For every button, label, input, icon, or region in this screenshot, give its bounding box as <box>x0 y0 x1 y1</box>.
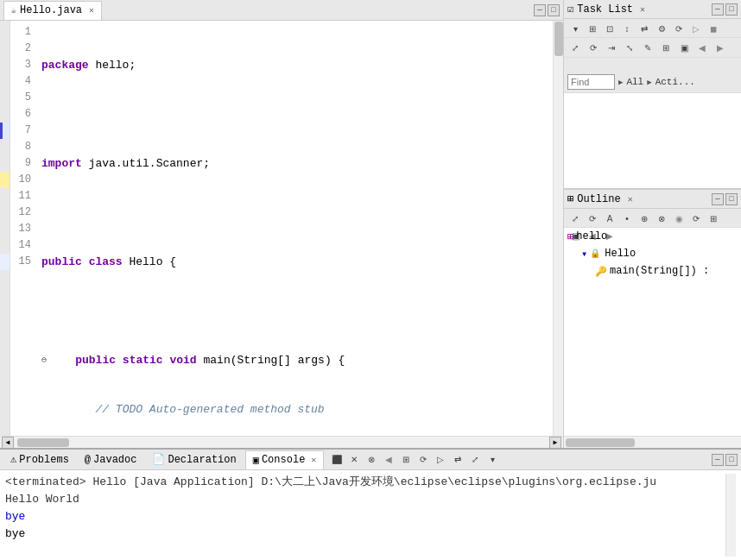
tab-console[interactable]: ▣ Console ✕ <box>245 450 325 469</box>
find-triangle-2-icon: ▶ <box>647 78 651 87</box>
console-minimize[interactable]: ─ <box>712 454 724 466</box>
outline-scrollbar-h[interactable] <box>564 436 741 448</box>
kw-class: class <box>89 254 123 270</box>
con-tb-3[interactable]: ⊗ <box>364 452 379 468</box>
ol-tb-7[interactable]: ◉ <box>671 211 687 226</box>
scroll-left-btn[interactable]: ◀ <box>2 437 14 449</box>
bp-line-15 <box>0 254 10 270</box>
task-panel-close[interactable]: ✕ <box>640 4 645 15</box>
editor-scroll-thumb-h[interactable] <box>17 438 69 447</box>
find-acti-label: Acti... <box>656 77 695 87</box>
ol-tb-3[interactable]: A <box>602 211 618 226</box>
outline-thumb-h[interactable] <box>566 438 635 447</box>
con-tb-2[interactable]: ✕ <box>346 452 362 468</box>
ol-tb-1[interactable]: ⤢ <box>567 211 583 226</box>
console-maximize[interactable]: □ <box>725 454 738 466</box>
con-tb-1[interactable]: ⬛ <box>329 452 345 468</box>
ol-tb-8[interactable]: ⟳ <box>688 211 704 226</box>
outline-maximize[interactable]: □ <box>725 193 738 205</box>
bottom-tab-bar: ⚠ Problems @ Javadoc 📄 Declaration ▣ Con… <box>0 450 741 470</box>
kw-static: static <box>123 352 163 368</box>
task-tb2-5[interactable]: ✎ <box>640 40 656 55</box>
outline-main-label: main(String[]) : <box>610 265 709 277</box>
editor-scrollbar-v[interactable] <box>553 21 563 436</box>
scroll-right-btn[interactable]: ▶ <box>549 437 561 449</box>
editor-tab-hellojava[interactable]: ☕ Hello.java ✕ <box>3 1 102 20</box>
editor-scroll-thumb-v[interactable] <box>554 22 563 56</box>
console-output-3: bye <box>5 525 725 543</box>
code-line-5: public class Hello { <box>41 254 546 270</box>
task-toolbar-btn-9[interactable]: ◼ <box>706 21 721 36</box>
code-line-1: package hello; <box>41 57 546 73</box>
outline-item-main-method[interactable]: 🔑 main(String[]) : <box>564 262 741 280</box>
ol-tb-5[interactable]: ⊕ <box>636 211 652 226</box>
task-tb2-7[interactable]: ▣ <box>676 40 692 55</box>
console-tab-close[interactable]: ✕ <box>311 455 316 465</box>
tab-javadoc[interactable]: @ Javadoc <box>78 450 144 469</box>
editor-tab-bar: ☕ Hello.java ✕ ─ □ <box>0 0 563 21</box>
task-toolbar-btn-1[interactable]: ▾ <box>567 21 583 36</box>
task-tb2-6[interactable]: ⊞ <box>658 40 674 55</box>
ln-2: 2 <box>14 41 31 57</box>
task-maximize[interactable]: □ <box>725 3 738 16</box>
outline-item-hello-pkg[interactable]: ⊞ hello <box>564 228 741 245</box>
task-toolbar-btn-7[interactable]: ⟳ <box>671 21 687 36</box>
tab-problems[interactable]: ⚠ Problems <box>3 450 76 469</box>
task-toolbar-btn-8[interactable]: ▷ <box>688 21 704 36</box>
task-tb2-2[interactable]: ⟳ <box>586 40 601 55</box>
editor-scrollbar-h[interactable]: ◀ ▶ <box>0 436 563 448</box>
outline-scroll-area: ⊞ hello ▾ 🔒 Hello 🔑 main(String[]) : <box>564 228 741 436</box>
con-tb-6[interactable]: ⟳ <box>415 452 431 468</box>
task-toolbar-btn-5[interactable]: ⇄ <box>636 21 652 36</box>
bp-line-13 <box>0 221 10 237</box>
con-tb-7[interactable]: ▷ <box>433 452 448 468</box>
kw-public-2: public <box>75 352 116 368</box>
task-toolbar-btn-6[interactable]: ⚙ <box>654 21 669 36</box>
bp-line-12 <box>0 204 10 221</box>
outline-toolbar: ⤢ ⟳ A • ⊕ ⊗ ◉ ⟳ ⊞ ▣ ◀ ▶ <box>564 209 741 228</box>
tab-declaration[interactable]: 📄 Declaration <box>145 450 243 469</box>
task-tb2-8[interactable]: ◀ <box>694 40 710 55</box>
bp-line-5 <box>0 90 10 106</box>
tab-console-label: Console <box>262 454 305 466</box>
outline-panel: ⊞ Outline ✕ ─ □ ⤢ ⟳ A • ⊕ ⊗ ◉ ⟳ ⊞ ▣ ◀ <box>564 189 741 448</box>
console-scrollbar-v[interactable] <box>725 474 736 557</box>
ol-tb-2[interactable]: ⟳ <box>585 211 600 226</box>
outline-minimize[interactable]: ─ <box>712 193 724 205</box>
task-tb2-9[interactable]: ▶ <box>712 40 728 55</box>
ln-6: 6 <box>14 106 31 123</box>
console-terminated-line: <terminated> Hello [Java Application] D:… <box>5 474 725 491</box>
outline-item-hello-class[interactable]: ▾ 🔒 Hello <box>564 245 741 262</box>
code-line-8: // TODO Auto-generated method stub <box>41 401 546 418</box>
editor-tab-close[interactable]: ✕ <box>89 5 94 16</box>
task-extra-row <box>564 58 741 72</box>
tab-declaration-label: Declaration <box>168 454 236 466</box>
code-editor[interactable]: package hello; import java.util.Scanner;… <box>35 21 553 436</box>
task-toolbar-btn-4[interactable]: ↕ <box>619 21 635 36</box>
con-tb-4[interactable]: ◀ <box>381 452 396 468</box>
code-line-6 <box>41 303 546 319</box>
task-tb2-4[interactable]: ⤡ <box>622 40 637 55</box>
con-tb-5[interactable]: ⊞ <box>398 452 414 468</box>
outline-panel-close[interactable]: ✕ <box>628 194 633 204</box>
task-toolbar-btn-3[interactable]: ⊡ <box>602 21 618 36</box>
con-tb-10[interactable]: ▾ <box>484 452 500 468</box>
ol-tb-4[interactable]: • <box>619 211 635 226</box>
ln-10: 10 <box>14 172 31 188</box>
task-minimize[interactable]: ─ <box>712 3 724 16</box>
con-tb-8[interactable]: ⇄ <box>450 452 466 468</box>
kw-public-1: public <box>41 254 82 270</box>
task-find-input[interactable] <box>567 74 615 90</box>
task-toolbar-btn-2[interactable]: ⊞ <box>585 21 600 36</box>
code-line-4 <box>41 204 546 221</box>
outline-hello-pkg-label: hello <box>576 230 607 242</box>
ln-11: 11 <box>14 188 31 204</box>
ol-tb-6[interactable]: ⊗ <box>654 211 669 226</box>
editor-minimize-btn[interactable]: ─ <box>534 4 546 16</box>
task-panel: ☑ Task List ✕ ─ □ ▾ ⊞ ⊡ ↕ ⇄ ⚙ ⟳ ▷ ◼ <box>564 0 741 189</box>
task-tb2-1[interactable]: ⤢ <box>567 40 583 55</box>
task-tb2-3[interactable]: ⇥ <box>604 40 619 55</box>
con-tb-9[interactable]: ⤢ <box>467 452 483 468</box>
ol-tb-9[interactable]: ⊞ <box>706 211 721 226</box>
editor-maximize-btn[interactable]: □ <box>548 4 560 16</box>
